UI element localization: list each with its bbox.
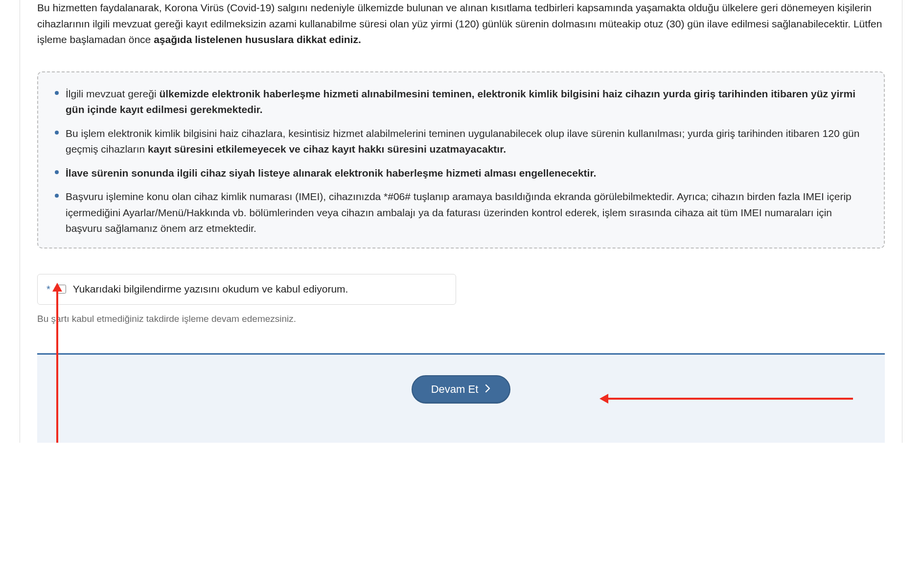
required-mark: * <box>46 284 50 294</box>
notice-item-2: Bu işlem elektronik kimlik bilgisini hai… <box>55 126 867 158</box>
consent-label: Yukarıdaki bilgilendirme yazısını okudum… <box>73 281 348 297</box>
chevron-right-icon <box>485 383 491 396</box>
intro-text: Bu hizmetten faydalanarak, Korona Virüs … <box>37 0 885 48</box>
notice-item-1: İlgili mevzuat gereği ülkemizde elektron… <box>55 86 867 118</box>
notice-item-2-bold: kayıt süresini etkilemeyecek ve cihaz ka… <box>148 143 506 155</box>
page: Bu hizmetten faydalanarak, Korona Virüs … <box>0 0 922 443</box>
intro-paragraph: Bu hizmetten faydalanarak, Korona Virüs … <box>37 0 885 48</box>
continue-button-label: Devam Et <box>431 383 479 396</box>
notice-item-4-text: Başvuru işlemine konu olan cihaz kimlik … <box>66 191 852 234</box>
notice-box: İlgili mevzuat gereği ülkemizde elektron… <box>37 71 885 249</box>
consent-hint: Bu şartı kabul etmediğiniz takdirde işle… <box>37 312 885 326</box>
notice-item-1-bold: ülkemizde elektronik haberleşme hizmeti … <box>66 88 855 115</box>
content-card: Bu hizmetten faydalanarak, Korona Virüs … <box>20 0 902 443</box>
notice-item-3-bold: İlave sürenin sonunda ilgili cihaz siyah… <box>66 167 596 179</box>
notice-item-3: İlave sürenin sonunda ilgili cihaz siyah… <box>55 165 867 181</box>
notice-list: İlgili mevzuat gereği ülkemizde elektron… <box>55 86 867 237</box>
notice-item-1-pre: İlgili mevzuat gereği <box>66 88 159 99</box>
intro-bold: aşağıda listelenen hususlara dikkat edin… <box>154 34 361 45</box>
notice-item-4: Başvuru işlemine konu olan cihaz kimlik … <box>55 189 867 237</box>
action-strip: Devam Et <box>37 353 885 443</box>
consent-row: * Yukarıdaki bilgilendirme yazısını okud… <box>37 274 456 305</box>
annotation-arrow-button <box>608 398 853 400</box>
continue-button[interactable]: Devam Et <box>412 375 511 404</box>
annotation-arrow-checkbox <box>56 290 58 443</box>
